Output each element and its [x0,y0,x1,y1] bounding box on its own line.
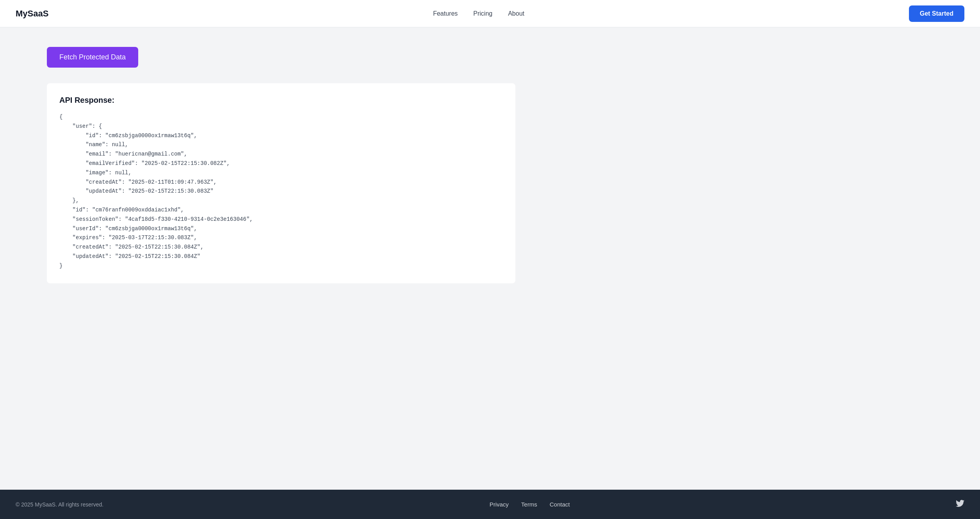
nav-about[interactable]: About [508,10,524,17]
api-response-code: { "user": { "id": "cm6zsbjga0000ox1rmaw1… [59,113,503,271]
footer-privacy-link[interactable]: Privacy [490,501,509,508]
footer-links: Privacy Terms Contact [490,501,570,508]
api-response-section: API Response: { "user": { "id": "cm6zsbj… [47,83,515,283]
footer-contact-link[interactable]: Contact [550,501,570,508]
navigation: Features Pricing About [433,10,524,17]
fetch-protected-data-button[interactable]: Fetch Protected Data [47,47,138,68]
logo[interactable]: MySaaS [16,9,48,19]
api-response-title: API Response: [59,96,503,105]
header: MySaaS Features Pricing About Get Starte… [0,0,980,27]
nav-features[interactable]: Features [433,10,458,17]
footer-terms-link[interactable]: Terms [521,501,537,508]
get-started-button[interactable]: Get Started [909,5,964,22]
twitter-icon[interactable] [956,499,964,510]
main-content: Fetch Protected Data API Response: { "us… [0,27,980,490]
nav-pricing[interactable]: Pricing [473,10,492,17]
footer-copyright: © 2025 MySaaS. All rights reserved. [16,501,103,508]
footer: © 2025 MySaaS. All rights reserved. Priv… [0,490,980,519]
